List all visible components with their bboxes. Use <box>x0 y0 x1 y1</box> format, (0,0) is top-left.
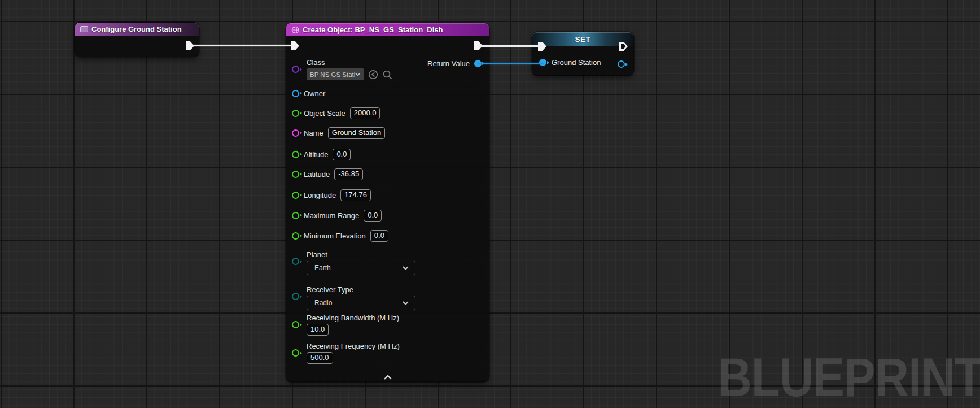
data-wire-return-value-to-ground-station[interactable] <box>478 63 544 64</box>
input-object-scale-value[interactable]: 2000.0 <box>350 107 380 119</box>
pin-ground-station-out[interactable] <box>618 60 625 68</box>
input-row-receiving-bandwidth: Receiving Bandwidth (M Hz)10.0 <box>292 314 399 336</box>
set-node-header: SET <box>532 32 633 46</box>
input-object-scale-label: Object Scale <box>304 109 345 118</box>
input-receiving-bandwidth-label: Receiving Bandwidth (M Hz) <box>307 314 399 322</box>
input-row-latitude: Latitude-36.85 <box>292 168 363 180</box>
macro-icon <box>80 26 88 32</box>
input-latitude-value[interactable]: -36.85 <box>334 168 363 180</box>
pin-maximum-range[interactable] <box>292 212 299 219</box>
input-altitude-value[interactable]: 0.0 <box>333 149 351 160</box>
input-minimum-elevation-label: Minimum Elevation <box>304 232 366 240</box>
input-maximum-range-label: Maximum Range <box>304 211 359 220</box>
input-owner-label: Owner <box>304 89 325 98</box>
pin-latitude[interactable] <box>292 171 299 178</box>
configure-node-header: Configure Ground Station <box>75 23 199 36</box>
input-receiver-type-value: Radio <box>314 299 332 307</box>
pin-receiver-type[interactable] <box>292 293 299 300</box>
input-row-maximum-range: Maximum Range0.0 <box>292 209 382 222</box>
input-row-planet: PlanetEarth <box>292 250 415 275</box>
node-create-object[interactable]: Create Object: BP_NS_GS_Station_Dish Ret… <box>286 23 489 381</box>
pin-name[interactable] <box>292 129 299 137</box>
input-row-object-scale: Object Scale2000.0 <box>292 107 380 119</box>
output-row-return-value: Return Value <box>427 57 482 70</box>
input-maximum-range-value[interactable]: 0.0 <box>364 210 382 222</box>
input-planet-value: Earth <box>314 264 331 272</box>
input-receiving-bandwidth-value[interactable]: 10.0 <box>307 324 329 336</box>
input-altitude-label: Altitude <box>304 150 328 159</box>
input-row-class: Class BP NS GS Stati <box>292 58 392 80</box>
create-node-header: Create Object: BP_NS_GS_Station_Dish <box>286 23 489 36</box>
set-ground-station-row: Ground Station <box>539 58 601 67</box>
input-receiver-type-select[interactable]: Radio <box>307 296 415 310</box>
exec-wire-configure-to-create[interactable] <box>191 45 296 46</box>
pin-altitude[interactable] <box>292 151 299 158</box>
input-longitude-label: Longitude <box>304 191 336 199</box>
input-planet-label: Planet <box>307 250 415 259</box>
pin-longitude[interactable] <box>292 192 299 199</box>
input-row-owner: Owner <box>292 87 325 99</box>
input-row-longitude: Longitude174.76 <box>292 189 371 201</box>
blueprint-watermark: BLUEPRINT <box>718 356 980 399</box>
browse-asset-icon[interactable] <box>382 70 392 80</box>
chevron-down-icon <box>403 301 409 305</box>
node-configure-ground-station[interactable]: Configure Ground Station <box>75 23 199 57</box>
pin-class[interactable] <box>292 66 299 73</box>
create-node-title: Create Object: BP_NS_GS_Station_Dish <box>303 25 443 34</box>
pin-object-scale[interactable] <box>292 110 299 117</box>
class-label: Class <box>307 58 392 67</box>
input-row-receiver-type: Receiver TypeRadio <box>292 285 415 310</box>
class-select[interactable]: BP NS GS Stati <box>307 68 364 80</box>
pin-minimum-elevation[interactable] <box>292 232 299 240</box>
class-select-value: BP NS GS Stati <box>310 71 355 78</box>
node-set-ground-station[interactable]: SET Ground Station <box>532 32 633 75</box>
chevron-down-icon <box>403 266 409 270</box>
input-receiver-type-label: Receiver Type <box>307 285 415 294</box>
pin-planet[interactable] <box>292 258 299 265</box>
return-value-label: Return Value <box>427 59 470 68</box>
input-row-altitude: Altitude0.0 <box>292 148 351 160</box>
configure-node-title: Configure Ground Station <box>91 25 182 33</box>
input-receiving-frequency-label: Receiving Frequency (M Hz) <box>307 342 400 350</box>
input-longitude-value[interactable]: 174.76 <box>340 189 371 201</box>
pin-owner[interactable] <box>292 90 299 97</box>
chevron-down-icon <box>355 72 361 76</box>
input-latitude-label: Latitude <box>304 170 330 179</box>
collapse-node-button[interactable] <box>383 372 392 378</box>
input-minimum-elevation-value[interactable]: 0.0 <box>370 230 388 242</box>
input-planet-select[interactable]: Earth <box>307 261 415 275</box>
input-receiving-frequency-value[interactable]: 500.0 <box>307 352 333 364</box>
pin-receiving-frequency[interactable] <box>292 349 299 357</box>
input-row-name: NameGround Station <box>292 127 385 139</box>
exec-wire-create-to-set[interactable] <box>478 45 542 47</box>
input-row-receiving-frequency: Receiving Frequency (M Hz)500.0 <box>292 342 400 364</box>
set-node-title: SET <box>575 35 591 44</box>
use-asset-icon[interactable] <box>368 70 378 80</box>
input-name-label: Name <box>304 129 323 137</box>
ground-station-label: Ground Station <box>552 58 601 67</box>
input-row-minimum-elevation: Minimum Elevation0.0 <box>292 229 388 242</box>
pin-receiving-bandwidth[interactable] <box>292 321 299 328</box>
globe-icon <box>291 26 299 34</box>
input-name-value[interactable]: Ground Station <box>328 127 385 139</box>
blueprint-canvas[interactable]: BLUEPRINT Configure Ground Station Creat… <box>0 0 980 408</box>
